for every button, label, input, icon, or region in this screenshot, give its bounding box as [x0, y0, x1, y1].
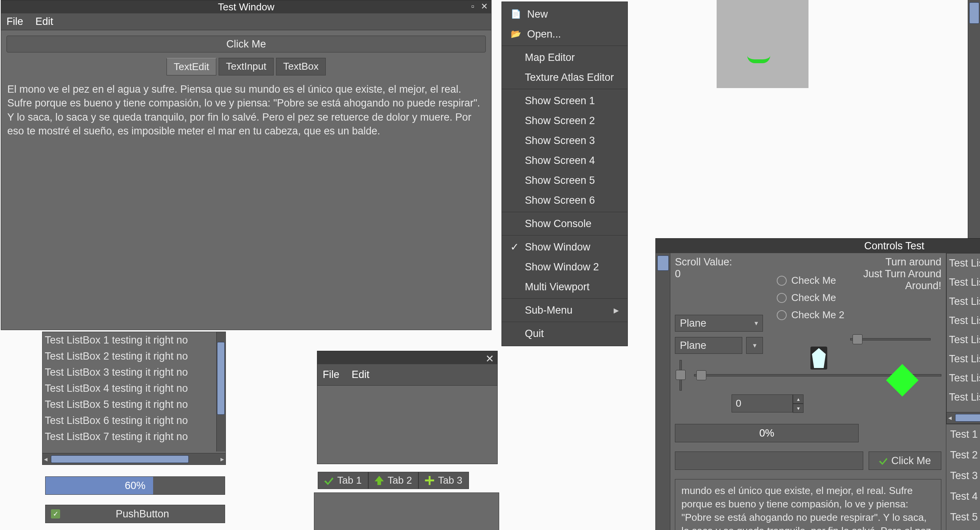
menu-item-show-screen-3[interactable]: Show Screen 3	[502, 131, 627, 150]
tab-3[interactable]: Tab 3	[418, 472, 469, 489]
left-listbox[interactable]: Test ListBox 1 testing it right noTest L…	[42, 332, 226, 465]
menu-item-open[interactable]: 📂Open...	[502, 24, 627, 44]
menu-item-show-window-2[interactable]: Show Window 2	[502, 257, 627, 277]
vertical-slider[interactable]	[675, 360, 686, 391]
controls-left-scroll[interactable]	[656, 253, 670, 530]
list-item[interactable]: Test ListBox 2 testing it right no	[947, 273, 980, 292]
menu-item-new[interactable]: 📄New	[502, 4, 627, 24]
list-item[interactable]: Test ListBox 8 testing it right no	[947, 388, 980, 407]
list-item[interactable]: Test ListBox 9 testing it right no	[947, 407, 980, 412]
checklist-item[interactable]: Test 4	[946, 486, 980, 507]
context-menu: 📄New 📂Open... Map Editor Texture Atlas E…	[501, 2, 628, 346]
list-item[interactable]: Test ListBox 7 testing it right no	[42, 429, 225, 445]
tab-textedit[interactable]: TextEdit	[167, 58, 217, 75]
plus-icon	[425, 476, 434, 485]
menu-item-show-console[interactable]: Show Console	[502, 214, 627, 234]
tab-strip: Tab 1 Tab 2 Tab 3	[318, 472, 469, 489]
progress-label: 60%	[125, 480, 145, 492]
chevron-left-icon[interactable]: ◂	[44, 455, 47, 463]
textedit-content[interactable]: El mono ve el pez en el agua y sufre. Pi…	[1, 78, 491, 143]
checklist-label: Test 4	[950, 491, 980, 502]
list-item[interactable]: Test ListBox 1 testing it right no	[42, 332, 225, 348]
checkbox-2[interactable]: Check Me	[777, 292, 844, 304]
check-icon: ✓	[510, 241, 519, 253]
spin-up-icon[interactable]: ▴	[793, 394, 804, 404]
spin-input[interactable]	[732, 394, 793, 412]
menu-edit[interactable]: Edit	[36, 16, 54, 28]
checklist-item[interactable]: Test 1	[946, 424, 980, 445]
menu-item-show-screen-4[interactable]: Show Screen 4	[502, 150, 627, 170]
menu-item-map-editor[interactable]: Map Editor	[502, 47, 627, 67]
tab-textbox[interactable]: TextBox	[276, 58, 326, 75]
checkbox-1[interactable]: Check Me	[777, 275, 844, 286]
listbox-hscroll[interactable]: ◂ ▸	[947, 412, 980, 424]
menu-edit[interactable]: Edit	[352, 369, 370, 381]
chevron-right-icon[interactable]: ▸	[220, 455, 224, 463]
menu-item-show-screen-1[interactable]: Show Screen 1	[502, 91, 627, 111]
list-item[interactable]: Test ListBox 6 testing it right no	[42, 412, 225, 429]
checkbox-icon	[777, 276, 787, 286]
close-icon[interactable]: ✕	[480, 2, 489, 11]
checklist-item[interactable]: Test 2	[946, 445, 980, 466]
list-item[interactable]: Test ListBox 4 testing it right no	[42, 380, 225, 396]
vscroll-thumb[interactable]	[217, 342, 225, 415]
scrollbar-thumb[interactable]	[969, 2, 979, 24]
listbox-hscroll[interactable]: ◂ ▸	[42, 453, 225, 465]
test-window-titlebar[interactable]: Test Window ▫ ✕	[1, 0, 491, 13]
checklist-label: Test 1	[950, 429, 980, 440]
list-item[interactable]: Test ListBox 6 testing it right no	[947, 349, 980, 368]
click-me-button-2[interactable]: Click Me	[869, 451, 941, 470]
spin-down-icon[interactable]: ▾	[793, 404, 804, 413]
horizontal-slider-2[interactable]	[850, 334, 931, 345]
tab-1[interactable]: Tab 1	[318, 472, 368, 489]
menu-item-show-screen-5[interactable]: Show Screen 5	[502, 170, 627, 190]
plane-select-2[interactable]: Plane	[675, 337, 742, 354]
plane-select-1[interactable]: Plane▾	[675, 315, 763, 332]
slider-knob[interactable]	[676, 370, 686, 380]
character-sprite	[810, 347, 827, 370]
list-item[interactable]: Test ListBox 5 testing it right no	[947, 330, 980, 349]
text-area[interactable]: mundo es el único que existe, el mejor, …	[675, 479, 941, 530]
checklist-label: Test 2	[950, 449, 980, 461]
list-item[interactable]: Test ListBox 7 testing it right no	[947, 368, 980, 388]
tab-textinput[interactable]: TextInput	[219, 58, 274, 75]
slider-knob[interactable]	[853, 334, 862, 344]
menu-item-show-screen-2[interactable]: Show Screen 2	[502, 111, 627, 131]
menu-item-texture-atlas[interactable]: Texture Atlas Editor	[502, 67, 627, 87]
controls-test-title[interactable]: Controls Test	[656, 239, 980, 253]
menu-item-quit[interactable]: Quit	[502, 324, 627, 344]
checklist-item[interactable]: Test 5	[946, 507, 980, 528]
menu-file[interactable]: File	[7, 16, 23, 28]
list-item[interactable]: Test ListBox 4 testing it right no	[947, 311, 980, 330]
listbox-vscroll[interactable]	[216, 332, 225, 451]
turn-around-label-2: Just Turn Around	[863, 268, 941, 280]
scroll-thumb[interactable]	[657, 255, 669, 271]
small-window-titlebar[interactable]: ✕	[317, 351, 497, 364]
list-item[interactable]: Test ListBox 3 testing it right no	[42, 364, 225, 380]
list-item[interactable]: Test ListBox 5 testing it right no	[42, 396, 225, 412]
text-input[interactable]	[675, 451, 863, 470]
list-item[interactable]: Test ListBox 3 testing it right no	[947, 292, 980, 311]
menu-item-sub-menu[interactable]: Sub-Menu▸	[502, 300, 627, 320]
chevron-left-icon[interactable]: ◂	[948, 414, 952, 422]
plane-select-dropdown[interactable]: ▾	[746, 337, 763, 354]
hscroll-thumb[interactable]	[51, 455, 189, 463]
menu-item-show-screen-6[interactable]: Show Screen 6	[502, 190, 627, 210]
slider-knob[interactable]	[696, 370, 706, 380]
menu-item-multi-viewport[interactable]: Multi Viewport	[502, 277, 627, 297]
menu-file[interactable]: File	[323, 369, 340, 381]
checkbox-3[interactable]: Check Me 2	[777, 309, 844, 321]
menu-item-show-window[interactable]: ✓Show Window	[502, 237, 627, 257]
click-me-button[interactable]: Click Me	[7, 36, 486, 52]
right-listbox[interactable]: Test ListBox 1 testing it right noTest L…	[946, 253, 980, 424]
list-item[interactable]: Test ListBox 2 testing it right no	[42, 348, 225, 364]
spin-box[interactable]: ▴▾	[732, 394, 808, 412]
list-item[interactable]: Test ListBox 1 testing it right no	[947, 254, 980, 273]
checklist-item[interactable]: Test 3	[946, 466, 980, 486]
tab-2[interactable]: Tab 2	[368, 472, 419, 489]
hscroll-thumb[interactable]	[955, 414, 980, 422]
close-icon[interactable]: ✕	[485, 353, 494, 365]
push-button[interactable]: ✓ PushButton	[45, 505, 225, 523]
minimize-icon[interactable]: ▫	[468, 2, 477, 11]
listbox-rows: Test ListBox 1 testing it right noTest L…	[947, 254, 980, 412]
